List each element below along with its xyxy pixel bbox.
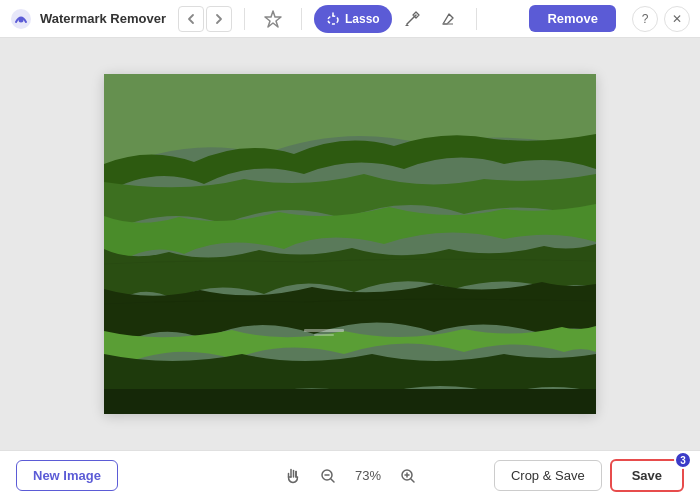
eraser-tool-button[interactable] <box>432 5 464 33</box>
pen-tool-button[interactable] <box>396 5 428 33</box>
svg-marker-2 <box>265 11 281 27</box>
landscape-image <box>104 74 596 414</box>
tool-group: Lasso <box>314 5 464 33</box>
separator-1 <box>244 8 245 30</box>
new-image-button[interactable]: New Image <box>16 460 118 491</box>
bottom-toolbar: New Image 73% <box>0 450 700 500</box>
svg-rect-11 <box>304 329 344 332</box>
save-button[interactable]: Save <box>610 459 684 492</box>
close-button[interactable]: ✕ <box>664 6 690 32</box>
canvas-area <box>0 38 700 450</box>
zoom-in-button[interactable] <box>396 464 420 488</box>
lasso-tool-button[interactable]: Lasso <box>314 5 392 33</box>
bottom-left-section: New Image <box>16 460 118 491</box>
forward-button[interactable] <box>206 6 232 32</box>
help-button[interactable]: ? <box>632 6 658 32</box>
app-title: Watermark Remover <box>40 11 166 26</box>
svg-line-15 <box>331 479 334 482</box>
svg-point-3 <box>328 16 338 24</box>
svg-rect-12 <box>314 334 334 336</box>
save-button-wrapper: Save 3 <box>610 459 684 492</box>
separator-3 <box>476 8 477 30</box>
bottom-center-section: 73% <box>280 463 420 489</box>
remove-button[interactable]: Remove <box>529 5 616 32</box>
zoom-level: 73% <box>350 468 386 483</box>
titlebar: Watermark Remover Lasso <box>0 0 700 38</box>
svg-rect-10 <box>104 389 596 414</box>
save-badge: 3 <box>674 451 692 469</box>
bottom-right-section: Crop & Save Save 3 <box>494 459 684 492</box>
svg-point-1 <box>19 17 24 22</box>
svg-marker-7 <box>405 24 409 26</box>
nav-buttons <box>178 6 232 32</box>
svg-line-19 <box>411 479 414 482</box>
app-logo <box>10 8 32 30</box>
crop-save-button[interactable]: Crop & Save <box>494 460 602 491</box>
image-container <box>104 74 596 414</box>
magic-tool-button[interactable] <box>257 5 289 33</box>
separator-2 <box>301 8 302 30</box>
back-button[interactable] <box>178 6 204 32</box>
window-controls: ? ✕ <box>632 6 690 32</box>
zoom-out-button[interactable] <box>316 464 340 488</box>
pan-tool-button[interactable] <box>280 463 306 489</box>
